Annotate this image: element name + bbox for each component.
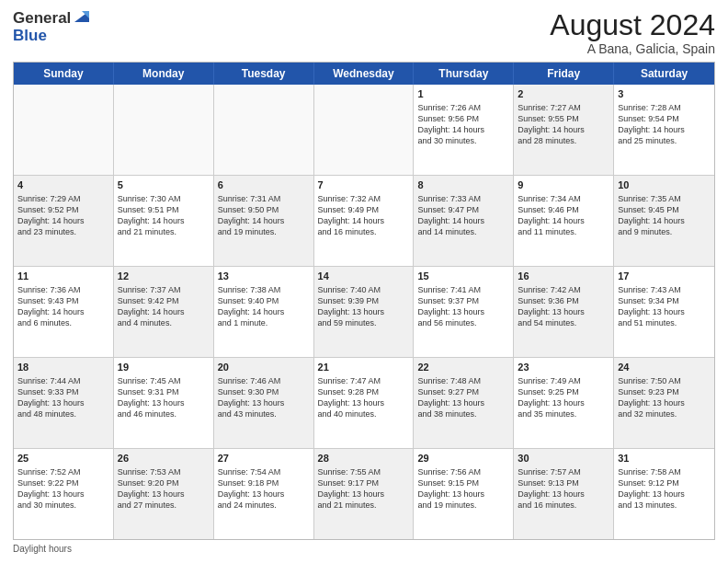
cell-detail: Sunrise: 7:42 AM Sunset: 9:36 PM Dayligh… xyxy=(518,284,609,329)
cal-cell: 13Sunrise: 7:38 AM Sunset: 9:40 PM Dayli… xyxy=(214,267,314,357)
day-number: 10 xyxy=(618,178,711,192)
cal-row: 11Sunrise: 7:36 AM Sunset: 9:43 PM Dayli… xyxy=(14,266,714,357)
cal-header-cell: Friday xyxy=(514,63,614,85)
cell-detail: Sunrise: 7:33 AM Sunset: 9:47 PM Dayligh… xyxy=(417,193,509,238)
cal-row: 25Sunrise: 7:52 AM Sunset: 9:22 PM Dayli… xyxy=(14,448,714,539)
title-block: August 2024 A Bana, Galicia, Spain xyxy=(550,9,715,56)
cal-header-cell: Saturday xyxy=(614,63,714,85)
cal-cell: 30Sunrise: 7:57 AM Sunset: 9:13 PM Dayli… xyxy=(514,449,614,539)
header: General Blue August 2024 A Bana, Galicia… xyxy=(13,9,715,56)
cell-detail: Sunrise: 7:50 AM Sunset: 9:23 PM Dayligh… xyxy=(618,375,711,420)
day-number: 23 xyxy=(518,361,609,374)
day-number: 30 xyxy=(518,452,609,465)
day-number: 22 xyxy=(417,361,509,374)
day-number: 19 xyxy=(118,361,210,374)
calendar-header: SundayMondayTuesdayWednesdayThursdayFrid… xyxy=(14,63,714,85)
cal-cell: 1Sunrise: 7:26 AM Sunset: 9:56 PM Daylig… xyxy=(414,85,514,175)
day-number: 26 xyxy=(118,452,210,465)
cal-cell: 3Sunrise: 7:28 AM Sunset: 9:54 PM Daylig… xyxy=(614,85,714,175)
location-title: A Bana, Galicia, Spain xyxy=(550,41,715,56)
day-number: 18 xyxy=(17,361,109,374)
cal-cell xyxy=(14,85,114,175)
cell-detail: Sunrise: 7:38 AM Sunset: 9:40 PM Dayligh… xyxy=(218,284,310,329)
cell-detail: Sunrise: 7:32 AM Sunset: 9:49 PM Dayligh… xyxy=(318,193,410,238)
cal-cell: 22Sunrise: 7:48 AM Sunset: 9:27 PM Dayli… xyxy=(414,358,514,448)
cal-cell: 16Sunrise: 7:42 AM Sunset: 9:36 PM Dayli… xyxy=(514,267,614,357)
cal-cell xyxy=(114,85,214,175)
cal-cell: 18Sunrise: 7:44 AM Sunset: 9:33 PM Dayli… xyxy=(14,358,114,448)
day-number: 27 xyxy=(218,452,310,465)
cal-row: 18Sunrise: 7:44 AM Sunset: 9:33 PM Dayli… xyxy=(14,357,714,448)
cell-detail: Sunrise: 7:37 AM Sunset: 9:42 PM Dayligh… xyxy=(118,284,210,329)
day-number: 21 xyxy=(318,361,410,374)
day-number: 16 xyxy=(518,270,609,283)
cell-detail: Sunrise: 7:56 AM Sunset: 9:15 PM Dayligh… xyxy=(417,466,509,511)
day-number: 7 xyxy=(318,178,410,192)
cal-header-cell: Monday xyxy=(114,63,214,85)
cell-detail: Sunrise: 7:41 AM Sunset: 9:37 PM Dayligh… xyxy=(417,284,509,329)
cell-detail: Sunrise: 7:34 AM Sunset: 9:46 PM Dayligh… xyxy=(518,193,609,238)
cell-detail: Sunrise: 7:44 AM Sunset: 9:33 PM Dayligh… xyxy=(17,375,109,420)
day-number: 13 xyxy=(218,270,310,283)
cal-cell: 7Sunrise: 7:32 AM Sunset: 9:49 PM Daylig… xyxy=(314,176,415,266)
day-number: 9 xyxy=(518,178,609,192)
day-number: 28 xyxy=(318,452,410,465)
cal-cell: 6Sunrise: 7:31 AM Sunset: 9:50 PM Daylig… xyxy=(214,176,314,266)
cell-detail: Sunrise: 7:30 AM Sunset: 9:51 PM Dayligh… xyxy=(118,193,210,238)
cell-detail: Sunrise: 7:26 AM Sunset: 9:56 PM Dayligh… xyxy=(417,102,509,147)
cell-detail: Sunrise: 7:46 AM Sunset: 9:30 PM Dayligh… xyxy=(218,375,310,420)
cal-cell: 15Sunrise: 7:41 AM Sunset: 9:37 PM Dayli… xyxy=(414,267,514,357)
footer-note: Daylight hours xyxy=(13,544,715,554)
cal-cell: 25Sunrise: 7:52 AM Sunset: 9:22 PM Dayli… xyxy=(14,449,114,539)
cal-cell: 29Sunrise: 7:56 AM Sunset: 9:15 PM Dayli… xyxy=(414,449,514,539)
month-title: August 2024 xyxy=(550,9,715,41)
day-number: 15 xyxy=(417,270,509,283)
cell-detail: Sunrise: 7:45 AM Sunset: 9:31 PM Dayligh… xyxy=(118,375,210,420)
cal-cell: 14Sunrise: 7:40 AM Sunset: 9:39 PM Dayli… xyxy=(314,267,415,357)
day-number: 24 xyxy=(618,361,711,374)
logo-general-text: General xyxy=(13,10,71,28)
cal-cell: 28Sunrise: 7:55 AM Sunset: 9:17 PM Dayli… xyxy=(314,449,415,539)
cal-cell: 8Sunrise: 7:33 AM Sunset: 9:47 PM Daylig… xyxy=(414,176,514,266)
cell-detail: Sunrise: 7:58 AM Sunset: 9:12 PM Dayligh… xyxy=(618,466,711,511)
cell-detail: Sunrise: 7:28 AM Sunset: 9:54 PM Dayligh… xyxy=(618,102,711,147)
day-number: 14 xyxy=(318,270,410,283)
cell-detail: Sunrise: 7:47 AM Sunset: 9:28 PM Dayligh… xyxy=(318,375,410,420)
day-number: 6 xyxy=(218,178,310,192)
cal-cell: 26Sunrise: 7:53 AM Sunset: 9:20 PM Dayli… xyxy=(114,449,214,539)
cal-cell: 27Sunrise: 7:54 AM Sunset: 9:18 PM Dayli… xyxy=(214,449,314,539)
cal-cell: 17Sunrise: 7:43 AM Sunset: 9:34 PM Dayli… xyxy=(614,267,714,357)
cal-cell: 12Sunrise: 7:37 AM Sunset: 9:42 PM Dayli… xyxy=(114,267,214,357)
cal-cell xyxy=(314,85,415,175)
cal-cell: 5Sunrise: 7:30 AM Sunset: 9:51 PM Daylig… xyxy=(114,176,214,266)
cell-detail: Sunrise: 7:29 AM Sunset: 9:52 PM Dayligh… xyxy=(17,193,109,238)
calendar: SundayMondayTuesdayWednesdayThursdayFrid… xyxy=(13,62,715,540)
cal-cell: 20Sunrise: 7:46 AM Sunset: 9:30 PM Dayli… xyxy=(214,358,314,448)
day-number: 2 xyxy=(518,87,609,101)
cell-detail: Sunrise: 7:52 AM Sunset: 9:22 PM Dayligh… xyxy=(17,466,109,511)
cal-cell: 19Sunrise: 7:45 AM Sunset: 9:31 PM Dayli… xyxy=(114,358,214,448)
cal-cell: 10Sunrise: 7:35 AM Sunset: 9:45 PM Dayli… xyxy=(614,176,714,266)
cell-detail: Sunrise: 7:55 AM Sunset: 9:17 PM Dayligh… xyxy=(318,466,410,511)
cal-cell: 9Sunrise: 7:34 AM Sunset: 9:46 PM Daylig… xyxy=(514,176,614,266)
day-number: 3 xyxy=(618,87,711,101)
cell-detail: Sunrise: 7:36 AM Sunset: 9:43 PM Dayligh… xyxy=(17,284,109,329)
cal-header-cell: Tuesday xyxy=(214,63,314,85)
logo-svg: General Blue xyxy=(13,9,91,45)
cal-row: 4Sunrise: 7:29 AM Sunset: 9:52 PM Daylig… xyxy=(14,175,714,266)
cell-detail: Sunrise: 7:53 AM Sunset: 9:20 PM Dayligh… xyxy=(118,466,210,511)
cal-cell: 21Sunrise: 7:47 AM Sunset: 9:28 PM Dayli… xyxy=(314,358,415,448)
logo-triangle-icon xyxy=(73,9,91,28)
cell-detail: Sunrise: 7:31 AM Sunset: 9:50 PM Dayligh… xyxy=(218,193,310,238)
cal-cell: 24Sunrise: 7:50 AM Sunset: 9:23 PM Dayli… xyxy=(614,358,714,448)
cell-detail: Sunrise: 7:35 AM Sunset: 9:45 PM Dayligh… xyxy=(618,193,711,238)
day-number: 29 xyxy=(417,452,509,465)
day-number: 17 xyxy=(618,270,711,283)
day-number: 5 xyxy=(118,178,210,192)
calendar-body: 1Sunrise: 7:26 AM Sunset: 9:56 PM Daylig… xyxy=(14,85,714,539)
day-number: 4 xyxy=(17,178,109,192)
cal-header-cell: Sunday xyxy=(14,63,114,85)
day-number: 11 xyxy=(17,270,109,283)
cal-cell: 11Sunrise: 7:36 AM Sunset: 9:43 PM Dayli… xyxy=(14,267,114,357)
day-number: 25 xyxy=(17,452,109,465)
